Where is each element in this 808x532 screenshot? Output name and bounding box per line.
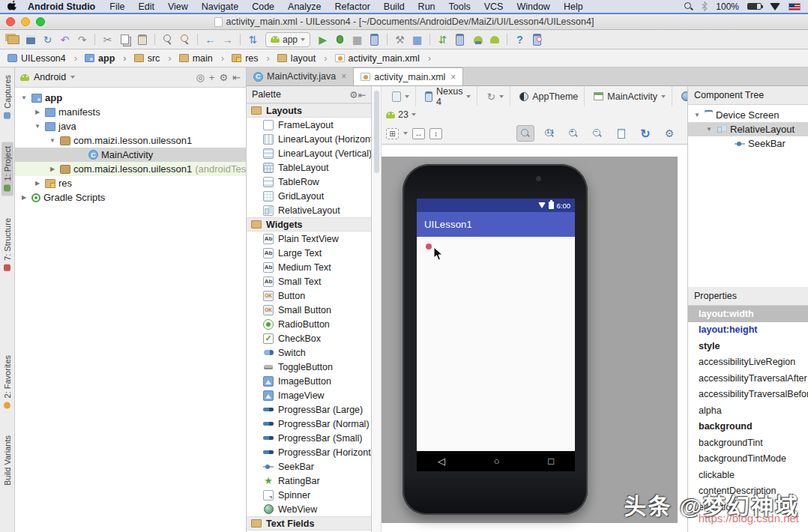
property-row[interactable]: clickable <box>688 467 808 483</box>
toolbar-icon[interactable]: ⚒ <box>391 31 408 47</box>
apple-icon[interactable] <box>7 1 17 12</box>
component-tree-item[interactable]: ▼ RelativeLayout <box>688 122 808 136</box>
palette-item[interactable]: ProgressBar (Small) <box>247 431 371 445</box>
menu-app-name[interactable]: Android Studio <box>20 1 103 12</box>
palette-item[interactable]: Small Text <box>247 274 371 288</box>
palette-item[interactable]: ImageView <box>247 388 371 402</box>
property-row[interactable]: backgroundTint <box>688 435 808 451</box>
toolbar-icon[interactable] <box>159 31 176 47</box>
expander-icon[interactable]: ▶ <box>48 166 57 172</box>
breadcrumb-item[interactable]: UILesson4 › <box>6 52 83 64</box>
spotlight-search-icon[interactable] <box>684 1 693 11</box>
toolbar-icon[interactable]: ▦ <box>349 31 366 47</box>
close-tab-icon[interactable]: × <box>450 72 456 82</box>
refresh-button[interactable]: ↻ <box>636 125 654 142</box>
close-window-button[interactable] <box>6 17 15 26</box>
component-tree-item[interactable]: SeekBar <box>688 136 808 151</box>
toolbar-icon[interactable] <box>4 31 22 47</box>
toolbar-icon[interactable] <box>240 34 241 45</box>
toolbar-icon[interactable]: ▦ <box>408 31 426 47</box>
preview-xml-button[interactable] <box>612 125 630 142</box>
breadcrumb-item[interactable]: src › <box>133 52 178 64</box>
palette-item[interactable]: LinearLayout (Horizontal) <box>247 132 371 146</box>
hide-panel-icon[interactable]: ⇤ <box>358 89 366 100</box>
property-row[interactable]: contentDescription <box>688 483 808 500</box>
input-language-flag-icon[interactable] <box>789 3 801 10</box>
palette-item[interactable]: Plain TextView <box>247 232 371 246</box>
zoom-out-button[interactable]: − <box>588 125 606 142</box>
palette-item[interactable]: Text Fields <box>247 516 371 531</box>
tool-window-tab[interactable]: 7: Structure <box>1 214 13 276</box>
tree-item[interactable]: ▼ app <box>15 91 246 105</box>
property-row[interactable]: background <box>688 419 808 435</box>
tree-item[interactable]: ▼ com.maizi.lesson.uilesson1 <box>15 133 246 148</box>
menu-item[interactable]: File <box>103 1 131 12</box>
property-row[interactable]: elevation <box>688 499 808 516</box>
toolbar-icon[interactable] <box>486 31 503 47</box>
zoom-fit-button[interactable] <box>516 125 534 142</box>
toolbar-icon[interactable] <box>22 31 39 47</box>
toolbar-icon[interactable] <box>133 31 151 47</box>
palette-item[interactable]: FrameLayout <box>247 118 371 132</box>
zoom-to-fit-dropdown[interactable]: ⊞ <box>386 128 399 139</box>
palette-item[interactable]: Button <box>247 288 371 303</box>
menu-item[interactable]: Run <box>411 1 442 12</box>
toolbar-icon[interactable]: ⇅ <box>244 31 262 47</box>
toolbar-icon[interactable] <box>429 34 430 45</box>
palette-item[interactable]: ImageButton <box>247 374 371 388</box>
palette-item[interactable]: Spinner <box>247 488 371 502</box>
toolbar-icon[interactable] <box>507 34 507 45</box>
layout-content[interactable] <box>417 237 575 451</box>
palette-item[interactable]: SeekBar <box>247 459 371 474</box>
match-width-button[interactable]: ↔ <box>412 128 425 139</box>
palette-item[interactable]: Medium Text <box>247 260 371 274</box>
property-row[interactable]: accessibilityTraversalBefore <box>688 387 808 403</box>
palette-scrollbar[interactable] <box>372 86 382 532</box>
toolbar-icon[interactable] <box>116 31 133 47</box>
design-canvas[interactable]: 6:00 UILesson1 <box>382 145 687 532</box>
toolbar-icon[interactable] <box>387 34 388 45</box>
toolbar-icon[interactable]: ? <box>511 31 528 47</box>
toolbar-icon[interactable]: ✂ <box>99 31 116 47</box>
match-height-button[interactable]: ↕ <box>429 128 442 139</box>
tool-window-tab[interactable]: 2: Favorites <box>1 351 13 413</box>
bluetooth-icon[interactable] <box>702 1 708 11</box>
menu-item[interactable]: Tools <box>442 1 477 12</box>
seekbar-thumb[interactable] <box>426 244 432 250</box>
menu-item[interactable]: View <box>161 1 195 12</box>
expander-icon[interactable]: ▼ <box>693 112 702 118</box>
palette-item[interactable]: TableRow <box>247 175 371 189</box>
expander-icon[interactable]: ▶ <box>19 194 28 201</box>
theme-dropdown[interactable]: AppTheme <box>513 86 585 106</box>
property-row[interactable]: style <box>688 338 808 354</box>
palette-item[interactable]: CheckBox <box>247 331 371 345</box>
preview-settings-button[interactable]: ⚙ <box>660 125 678 142</box>
menu-item[interactable]: Code <box>245 1 281 12</box>
gear-icon[interactable]: ⚙ <box>219 72 228 83</box>
toolbar-icon[interactable] <box>468 31 486 47</box>
toolbar-icon[interactable] <box>94 34 95 45</box>
toolbar-icon[interactable]: ▶ <box>314 31 331 47</box>
locate-file-icon[interactable]: ◎ <box>196 72 205 83</box>
activity-dropdown[interactable]: MainActivity <box>588 86 672 106</box>
tree-item[interactable]: ▼ java <box>15 119 246 133</box>
toolbar-icon[interactable] <box>528 31 546 47</box>
toolbar-icon[interactable]: ↻ <box>39 31 56 47</box>
palette-item[interactable]: ProgressBar (Horizontal) <box>247 445 371 459</box>
palette-item[interactable]: Large Text <box>247 246 371 260</box>
menu-item[interactable]: Refactor <box>328 1 377 12</box>
api-level-dropdown[interactable]: 23 <box>398 109 408 120</box>
palette-item[interactable]: Layouts <box>247 103 371 118</box>
breadcrumb-item[interactable]: app › <box>83 52 133 64</box>
expander-icon[interactable]: ▼ <box>48 137 57 144</box>
palette-item[interactable]: ProgressBar (Normal) <box>247 417 371 431</box>
toolbar-icon[interactable] <box>331 31 349 47</box>
component-tree-item[interactable]: ▼ Device Screen <box>688 108 808 122</box>
minimize-window-button[interactable] <box>21 17 30 26</box>
expander-icon[interactable]: ▼ <box>705 126 714 133</box>
breadcrumb-item[interactable]: main › <box>178 52 230 64</box>
toolbar-icon[interactable]: ↷ <box>73 31 91 47</box>
property-row[interactable]: accessibilityLiveRegion <box>688 354 808 371</box>
close-tab-icon[interactable]: × <box>341 71 346 82</box>
palette-item[interactable]: Switch <box>247 345 371 360</box>
